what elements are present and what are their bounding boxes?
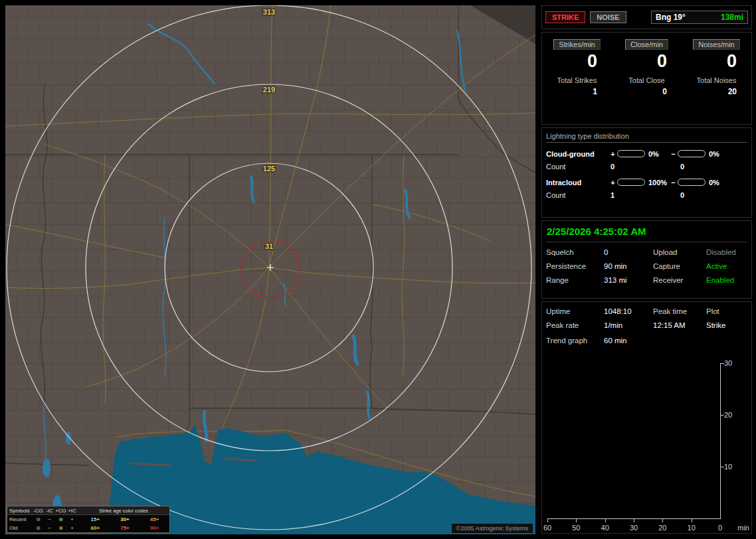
range-label-125: 125: [263, 165, 275, 173]
total-noises-label: Total Noises: [682, 76, 751, 84]
ic-negative-count: 0: [680, 191, 684, 199]
trend-label-row: Trend graph 60 min: [546, 337, 747, 345]
datetime-display: 2/25/2026 4:25:02 AM: [546, 224, 747, 242]
total-strikes-label: Total Strikes: [542, 76, 612, 84]
legend-col-pic: +IC: [66, 506, 78, 515]
cg-negative-bar: [678, 150, 706, 157]
range-label-313: 313: [263, 8, 275, 16]
legend-old-label: Old: [7, 524, 33, 532]
map-legend: Symbols -CG -IC +CG +IC Strike age color…: [7, 506, 170, 533]
legend-symbols-title: Symbols: [7, 506, 33, 515]
count-label: Count: [546, 163, 611, 171]
y-tick-30: 30: [724, 359, 745, 367]
cg-positive-count: 0: [611, 163, 680, 171]
upload-label: Upload: [653, 248, 706, 256]
noises-rate-value: 0: [682, 52, 751, 70]
recent-pcg-icon: ⊕: [55, 515, 66, 524]
bearing-value: Bng 19°: [656, 13, 686, 22]
ic-negative-bar: [678, 179, 706, 186]
range-label: Range: [546, 276, 604, 284]
persistence-value: 90 min: [604, 262, 653, 270]
recent-ncg-icon: ⊖: [33, 515, 44, 524]
minus-sign: −: [669, 150, 678, 158]
lightning-map[interactable]: 313 219 125 31: [5, 5, 535, 534]
strikes-rate-value: 0: [542, 52, 612, 70]
persistence-label: Persistence: [546, 262, 604, 270]
trend-graph-label: Trend graph: [546, 337, 604, 345]
close-column: Close/min 0 Total Close 0: [612, 39, 682, 124]
age-90: 90+: [145, 524, 165, 532]
ic-positive-count: 1: [611, 191, 680, 199]
side-panel: STRIKE NOISE Bng 19° 138mi Strikes/min 0…: [541, 5, 752, 534]
y-tick-20: 20: [724, 411, 745, 419]
legend-col-ncg: -CG: [33, 506, 44, 515]
x-tick-40: 40: [601, 524, 609, 532]
app-window: 313 219 125 31 Symbols -CG -IC +CG +IC S…: [0, 0, 756, 539]
plot-label: Plot: [706, 307, 747, 315]
count-label: Count: [546, 191, 611, 199]
x-tick-60: 60: [543, 524, 551, 532]
status-section: 2/25/2026 4:25:02 AM Squelch 0 Upload Di…: [541, 220, 752, 299]
old-pcg-icon: ⊕: [55, 524, 66, 532]
peak-rate-value: 1/min: [604, 321, 653, 329]
total-close-label: Total Close: [612, 76, 682, 84]
ic-negative-pct: 0%: [706, 179, 729, 187]
legend-col-pcg: +CG: [55, 506, 66, 515]
lightning-distribution-section: Lightning type distribution Cloud-ground…: [541, 127, 752, 218]
legend-recent-label: Recent: [7, 515, 33, 524]
strike-button[interactable]: STRIKE: [545, 11, 585, 23]
noises-column: Noises/min 0 Total Noises 20: [682, 39, 751, 124]
legend-age-title: Strike age color codes: [78, 506, 169, 515]
range-value: 313 mi: [604, 276, 653, 284]
cloud-ground-count-row: Count 0 0: [546, 163, 747, 171]
old-pic-icon: +: [66, 524, 78, 532]
total-close-value: 0: [612, 87, 682, 96]
cloud-ground-label: Cloud-ground: [546, 150, 609, 158]
cg-positive-pct: 0%: [645, 150, 669, 158]
x-tick-20: 20: [658, 524, 666, 532]
intracloud-row: Intracloud + 100% − 0%: [546, 177, 747, 187]
close-rate-value: 0: [612, 52, 682, 70]
noise-button[interactable]: NOISE: [590, 11, 626, 23]
copyright-notice: ©2005 Astrogenic Systems: [452, 524, 533, 533]
receiver-label: Receiver: [653, 276, 706, 284]
x-tick-0: 0: [718, 524, 722, 532]
recent-pic-icon: +: [66, 515, 78, 524]
cg-negative-pct: 0%: [706, 150, 729, 158]
upload-status: Disabled: [706, 248, 747, 256]
ic-positive-bar: [617, 179, 645, 186]
stats-grid: Uptime 1048:10 Peak time Plot Peak rate …: [546, 307, 747, 329]
x-axis-unit: min: [737, 524, 749, 532]
squelch-value: 0: [604, 248, 653, 256]
trend-section: Uptime 1048:10 Peak time Plot Peak rate …: [541, 301, 752, 534]
x-tick-30: 30: [630, 524, 638, 532]
strikes-per-min-button[interactable]: Strikes/min: [553, 39, 600, 50]
peak-time-label: Peak time: [653, 307, 706, 315]
ic-positive-pct: 100%: [645, 179, 669, 187]
cg-negative-count: 0: [680, 163, 684, 171]
counters-section: Strikes/min 0 Total Strikes 1 Close/min …: [541, 32, 752, 125]
noises-per-min-button[interactable]: Noises/min: [693, 39, 739, 50]
capture-label: Capture: [653, 262, 706, 270]
x-tick-50: 50: [572, 524, 580, 532]
cloud-ground-row: Cloud-ground + 0% − 0%: [546, 149, 747, 159]
legend-col-nic: -IC: [44, 506, 55, 515]
strikes-column: Strikes/min 0 Total Strikes 1: [542, 39, 612, 124]
age-60: 60+: [85, 524, 105, 532]
status-grid: Squelch 0 Upload Disabled Persistence 90…: [546, 248, 747, 284]
intracloud-count-row: Count 1 0: [546, 191, 747, 199]
minus-sign: −: [669, 179, 678, 187]
peak-rate-label: Peak rate: [546, 321, 604, 329]
capture-status: Active: [706, 262, 747, 270]
bearing-readout: Bng 19° 138mi: [651, 11, 748, 24]
range-label-31: 31: [265, 242, 273, 250]
plus-sign: +: [609, 150, 617, 158]
range-label-219: 219: [263, 86, 275, 94]
total-strikes-value: 1: [542, 87, 612, 96]
close-per-min-button[interactable]: Close/min: [625, 39, 668, 50]
age-45: 45+: [145, 515, 165, 524]
plus-sign: +: [609, 179, 617, 187]
total-noises-value: 20: [682, 87, 751, 96]
distribution-title: Lightning type distribution: [546, 132, 747, 143]
map-area: 313 219 125 31 Symbols -CG -IC +CG +IC S…: [5, 5, 535, 534]
